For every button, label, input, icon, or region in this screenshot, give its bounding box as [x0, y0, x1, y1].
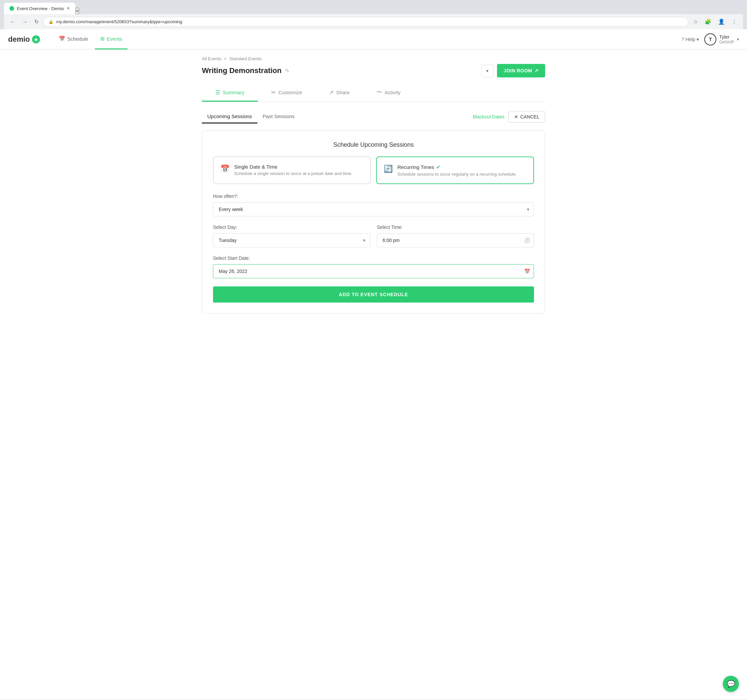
how-often-label: How often?:	[213, 194, 534, 199]
breadcrumb-separator: >	[224, 56, 227, 61]
recurring-desc: Schedule sessions to occur regularly on …	[398, 172, 517, 177]
share-tab-icon: ↗	[329, 89, 333, 95]
add-to-schedule-button[interactable]: ADD TO EVENT SCHEDULE	[213, 286, 534, 302]
session-tabs-row: Upcoming Sessions Past Sessions Blackout…	[202, 110, 545, 124]
cancel-button[interactable]: ✕ CANCEL	[508, 111, 545, 122]
chat-widget[interactable]: 💬	[723, 676, 739, 692]
tab-favicon	[9, 6, 14, 11]
nav-links: 📅 Schedule ⊞ Events	[53, 29, 682, 50]
schedule-card: Schedule Upcoming Sessions 📅 Single Date…	[202, 130, 545, 314]
help-chevron-icon: ▾	[697, 37, 699, 42]
breadcrumb-standard-events[interactable]: Standard Events	[229, 56, 262, 61]
events-nav-link[interactable]: ⊞ Events	[95, 29, 127, 50]
select-day-label: Select Day:	[213, 224, 370, 230]
help-label: Help	[686, 37, 696, 42]
back-button[interactable]: ←	[8, 18, 18, 26]
activity-tab-label: Activity	[385, 89, 401, 95]
page-title-row: Writing Demonstration ✎	[202, 66, 289, 75]
new-tab-button[interactable]: +	[76, 8, 79, 14]
user-info: Tyler GetVoIP	[719, 34, 734, 44]
lock-icon: 🔒	[48, 20, 53, 24]
schedule-nav-label: Schedule	[67, 36, 89, 42]
address-bar[interactable]: 🔒 my.demio.com/manage/event/520653?summa…	[44, 17, 688, 27]
tab-close-button[interactable]: ×	[67, 5, 70, 11]
recurring-times-card[interactable]: 🔄 Recurring Times ✔ Schedule sessions to…	[376, 156, 534, 184]
header-actions: ▾ JOIN ROOM ↗	[481, 64, 545, 77]
past-sessions-tab[interactable]: Past Sessions	[257, 110, 300, 124]
summary-tab-icon: ☰	[215, 89, 220, 95]
recurring-icon: 🔄	[384, 165, 393, 173]
tab-customize[interactable]: ✂ Customize	[258, 84, 316, 101]
profile-button[interactable]: 👤	[716, 17, 727, 26]
schedule-nav-icon: 📅	[59, 36, 65, 42]
external-link-icon: ↗	[534, 68, 539, 73]
select-day-col: Select Day: Tuesday	[213, 224, 370, 247]
app-container: demio ◉ 📅 Schedule ⊞ Events ? Help ▾ T T…	[0, 29, 747, 699]
summary-tab-label: Summary	[223, 89, 244, 95]
schedule-nav-link[interactable]: 📅 Schedule	[53, 29, 94, 50]
active-tab[interactable]: Event Overview - Demio ×	[4, 3, 76, 14]
single-date-icon: 📅	[221, 165, 230, 173]
how-often-select-wrapper: Every week	[213, 202, 534, 216]
calendar-icon: 📅	[524, 269, 530, 274]
tab-title: Event Overview - Demio	[17, 6, 64, 11]
select-time-label: Select Time:	[377, 224, 534, 230]
tab-share[interactable]: ↗ Share	[316, 84, 363, 101]
forward-button[interactable]: →	[20, 18, 30, 26]
user-menu-button[interactable]: T Tyler GetVoIP ▾	[704, 33, 739, 45]
join-room-button[interactable]: JOIN ROOM ↗	[497, 64, 545, 77]
cancel-icon: ✕	[514, 114, 518, 119]
logo-icon: ◉	[32, 35, 40, 44]
events-nav-icon: ⊞	[100, 36, 104, 42]
clock-icon: 🕐	[524, 237, 530, 243]
blackout-dates-button[interactable]: Blackout Dates	[473, 114, 504, 119]
session-actions: Blackout Dates ✕ CANCEL	[473, 111, 545, 122]
user-org: GetVoIP	[719, 40, 734, 44]
more-button[interactable]: ⋮	[729, 17, 739, 26]
recurring-info: Recurring Times ✔ Schedule sessions to o…	[398, 164, 517, 177]
share-tab-label: Share	[336, 89, 349, 95]
day-select[interactable]: Tuesday	[213, 233, 370, 247]
url-text: my.demio.com/manage/event/520653?summary…	[56, 19, 683, 24]
select-time-col: Select Time: 🕐	[377, 224, 534, 247]
chat-icon: 💬	[727, 680, 735, 688]
single-date-card[interactable]: 📅 Single Date & Time Schedule a single s…	[213, 156, 371, 184]
session-tabs: Upcoming Sessions Past Sessions	[202, 110, 300, 124]
browser-tabs: Event Overview - Demio × +	[4, 3, 743, 14]
help-button[interactable]: ? Help ▾	[682, 37, 699, 42]
tab-activity[interactable]: 〜 Activity	[363, 84, 414, 101]
bookmark-button[interactable]: ☆	[691, 17, 700, 26]
single-date-desc: Schedule a single session to occur at a …	[234, 171, 352, 176]
user-name: Tyler	[719, 34, 734, 40]
recurring-title: Recurring Times ✔	[398, 164, 517, 170]
single-date-title: Single Date & Time	[234, 164, 352, 169]
logo[interactable]: demio ◉	[8, 35, 40, 44]
start-date-input[interactable]	[213, 264, 534, 278]
browser-chrome: Event Overview - Demio × + ← → ↻ 🔒 my.de…	[0, 0, 747, 29]
logo-text: demio	[8, 35, 30, 44]
session-type-row: 📅 Single Date & Time Schedule a single s…	[213, 156, 534, 184]
user-avatar: T	[704, 33, 717, 45]
edit-icon[interactable]: ✎	[285, 68, 289, 74]
check-icon: ✔	[436, 164, 440, 170]
events-nav-label: Events	[107, 36, 122, 42]
single-date-info: Single Date & Time Schedule a single ses…	[234, 164, 352, 176]
user-chevron-icon: ▾	[737, 37, 739, 42]
main-content: All Events > Standard Events Writing Dem…	[188, 50, 559, 321]
day-time-row: Select Day: Tuesday Select Time: 🕐	[213, 224, 534, 247]
refresh-button[interactable]: ↻	[32, 17, 41, 26]
start-date-label: Select Start Date:	[213, 256, 534, 261]
time-input-wrapper: 🕐	[377, 233, 534, 247]
top-nav: demio ◉ 📅 Schedule ⊞ Events ? Help ▾ T T…	[0, 29, 747, 50]
extensions-button[interactable]: 🧩	[703, 17, 713, 26]
upcoming-sessions-tab[interactable]: Upcoming Sessions	[202, 110, 257, 124]
start-date-input-wrapper: 📅	[213, 264, 534, 278]
dropdown-button[interactable]: ▾	[481, 65, 494, 77]
tab-summary[interactable]: ☰ Summary	[202, 84, 258, 101]
how-often-select[interactable]: Every week	[213, 202, 534, 216]
time-input[interactable]	[377, 233, 534, 247]
customize-tab-label: Customize	[278, 89, 302, 95]
page-title: Writing Demonstration	[202, 66, 282, 75]
breadcrumb-all-events[interactable]: All Events	[202, 56, 221, 61]
page-header: Writing Demonstration ✎ ▾ JOIN ROOM ↗	[202, 64, 545, 77]
